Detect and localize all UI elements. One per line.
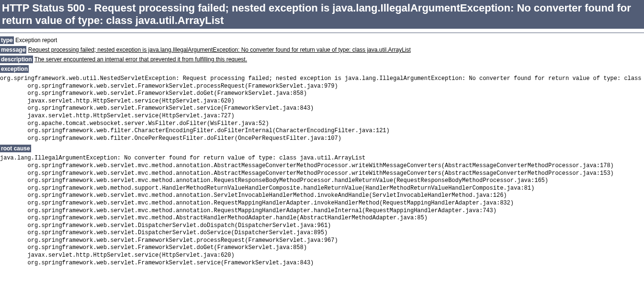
rootcause-trace: java.lang.IllegalArgumentException: No c… <box>0 155 644 267</box>
message-row: message Request processing failed; neste… <box>0 46 644 53</box>
divider <box>0 33 644 33</box>
exception-row: exception <box>0 66 644 72</box>
type-value: Exception report <box>15 37 57 44</box>
rootcause-row: root cause <box>0 145 644 152</box>
message-label: message <box>0 46 26 54</box>
type-row: type Exception report <box>0 37 644 44</box>
type-label: type <box>0 36 14 44</box>
description-label: description <box>0 56 33 63</box>
exception-trace: org.springframework.web.util.NestedServl… <box>0 75 644 142</box>
message-value: Request processing failed; nested except… <box>28 46 411 53</box>
exception-label: exception <box>0 65 29 73</box>
description-row: description The server encountered an in… <box>0 56 644 63</box>
page-title: HTTP Status 500 - Request processing fai… <box>0 0 644 29</box>
rootcause-label: root cause <box>0 145 31 152</box>
description-value: The server encountered an internal error… <box>34 56 247 63</box>
